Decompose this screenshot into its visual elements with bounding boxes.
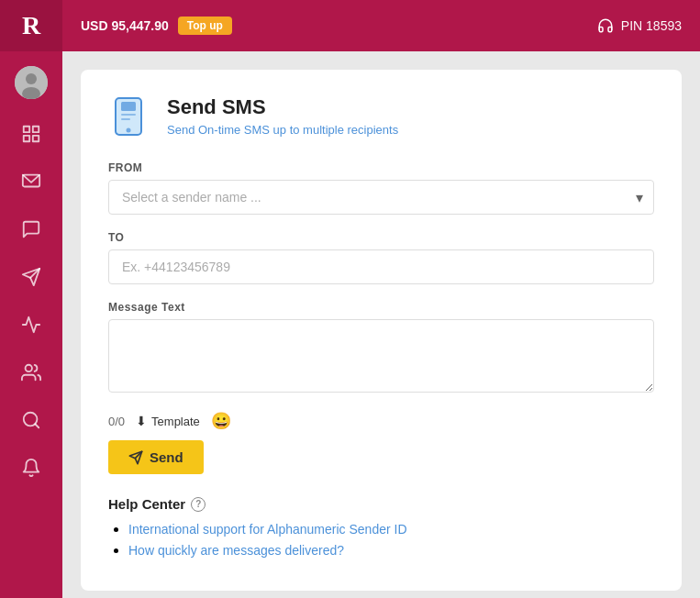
sender-select-wrapper: Select a sender name ... ▾ bbox=[108, 180, 654, 215]
emoji-button[interactable]: 😀 bbox=[211, 413, 231, 429]
svg-rect-5 bbox=[24, 136, 29, 141]
sidebar-item-send[interactable] bbox=[11, 257, 51, 297]
sidebar: R bbox=[0, 0, 62, 598]
message-toolbar: 0/0 ⬇ Template 😀 bbox=[108, 413, 654, 429]
sidebar-item-contacts[interactable] bbox=[11, 352, 51, 393]
sidebar-item-notifications[interactable] bbox=[11, 448, 51, 488]
card-header: Send SMS Send On-time SMS up to multiple… bbox=[108, 95, 654, 139]
help-link-item: International support for Alphanumeric S… bbox=[128, 521, 654, 537]
sidebar-item-search[interactable] bbox=[11, 400, 51, 440]
to-group: TO bbox=[108, 231, 654, 284]
help-link-item: How quickly are messages delivered? bbox=[128, 542, 654, 559]
sidebar-nav bbox=[11, 114, 51, 598]
balance-display: USD 95,447.90 bbox=[81, 18, 169, 33]
from-group: FROM Select a sender name ... ▾ bbox=[108, 161, 654, 215]
svg-point-1 bbox=[26, 73, 37, 84]
svg-rect-14 bbox=[121, 102, 136, 111]
to-input[interactable] bbox=[108, 249, 654, 284]
topbar-left: USD 95,447.90 Top up bbox=[81, 17, 232, 35]
send-button[interactable]: Send bbox=[108, 440, 204, 474]
send-sms-card: Send SMS Send On-time SMS up to multiple… bbox=[81, 70, 682, 591]
message-textarea[interactable] bbox=[108, 319, 654, 393]
help-section: Help Center ? International support for … bbox=[108, 496, 654, 559]
topup-button[interactable]: Top up bbox=[178, 17, 232, 35]
sidebar-item-messaging[interactable] bbox=[11, 161, 51, 202]
sidebar-item-dashboard[interactable] bbox=[11, 114, 51, 154]
svg-rect-3 bbox=[24, 127, 29, 132]
logo-icon: R bbox=[22, 11, 40, 40]
question-icon: ? bbox=[191, 497, 206, 512]
svg-point-10 bbox=[26, 365, 32, 371]
sender-select[interactable]: Select a sender name ... bbox=[108, 180, 654, 215]
svg-point-15 bbox=[127, 128, 131, 133]
card-header-text: Send SMS Send On-time SMS up to multiple… bbox=[167, 95, 398, 137]
from-label: FROM bbox=[108, 161, 654, 174]
svg-line-12 bbox=[35, 424, 39, 427]
char-count: 0/0 bbox=[108, 415, 125, 428]
send-icon bbox=[128, 450, 143, 465]
template-label: Template bbox=[151, 415, 200, 428]
send-label: Send bbox=[150, 449, 183, 465]
sidebar-item-chat[interactable] bbox=[11, 209, 51, 249]
svg-rect-16 bbox=[121, 114, 136, 116]
topbar: USD 95,447.90 Top up PIN 18593 bbox=[62, 0, 700, 51]
svg-rect-4 bbox=[33, 127, 39, 132]
message-label: Message Text bbox=[108, 301, 654, 314]
content-area: Send SMS Send On-time SMS up to multiple… bbox=[62, 51, 700, 598]
headset-icon bbox=[597, 17, 614, 34]
template-button[interactable]: ⬇ Template bbox=[136, 414, 200, 428]
main-area: USD 95,447.90 Top up PIN 18593 bbox=[62, 0, 700, 598]
sms-icon bbox=[108, 95, 152, 139]
help-title: Help Center ? bbox=[108, 496, 654, 512]
to-label: TO bbox=[108, 231, 654, 244]
message-group: Message Text bbox=[108, 301, 654, 396]
logo-button[interactable]: R bbox=[0, 0, 62, 51]
svg-rect-17 bbox=[121, 118, 130, 120]
pin-display: PIN 18593 bbox=[621, 18, 682, 33]
svg-rect-6 bbox=[33, 136, 39, 141]
card-title: Send SMS bbox=[167, 95, 398, 119]
help-links: International support for Alphanumeric S… bbox=[108, 521, 654, 559]
topbar-right: PIN 18593 bbox=[597, 17, 682, 34]
sidebar-item-analytics[interactable] bbox=[11, 305, 51, 345]
help-link-delivery[interactable]: How quickly are messages delivered? bbox=[128, 543, 344, 558]
avatar[interactable] bbox=[15, 66, 48, 99]
download-icon: ⬇ bbox=[136, 414, 147, 428]
card-subtitle: Send On-time SMS up to multiple recipien… bbox=[167, 123, 398, 137]
help-link-alphanumeric[interactable]: International support for Alphanumeric S… bbox=[128, 522, 407, 537]
